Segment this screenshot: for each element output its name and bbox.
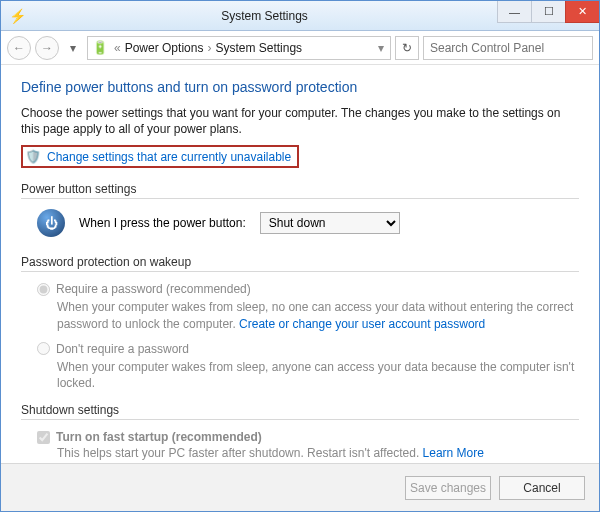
- fast-startup-checkbox: [37, 431, 50, 444]
- breadcrumb-dropdown-icon[interactable]: ▾: [376, 41, 386, 55]
- section-password-label: Password protection on wakeup: [21, 255, 579, 269]
- refresh-button[interactable]: ↻: [395, 36, 419, 60]
- window-controls: — ☐ ✕: [497, 1, 599, 30]
- chevron-icon: «: [112, 41, 123, 55]
- dont-require-password-description: When your computer wakes from sleep, any…: [37, 359, 579, 391]
- require-password-radio-row: Require a password (recommended): [37, 282, 579, 296]
- change-settings-link[interactable]: Change settings that are currently unava…: [47, 150, 291, 164]
- divider: [21, 198, 579, 199]
- change-settings-link-row[interactable]: 🛡️ Change settings that are currently un…: [21, 145, 299, 168]
- divider: [21, 419, 579, 420]
- power-button-prompt: When I press the power button:: [79, 216, 246, 230]
- dont-require-password-radio: [37, 342, 50, 355]
- content-area: Define power buttons and turn on passwor…: [1, 65, 599, 463]
- navigation-bar: ← → ▾ 🔋 « Power Options › System Setting…: [1, 31, 599, 65]
- breadcrumb-root[interactable]: Power Options: [125, 41, 204, 55]
- fast-startup-description: This helps start your PC faster after sh…: [21, 446, 579, 460]
- breadcrumb[interactable]: 🔋 « Power Options › System Settings ▾: [87, 36, 391, 60]
- create-password-link[interactable]: Create or change your user account passw…: [239, 317, 485, 331]
- power-options-icon: 🔋: [92, 40, 108, 55]
- fast-startup-row: Turn on fast startup (recommended): [21, 430, 579, 444]
- require-password-description: When your computer wakes from sleep, no …: [37, 299, 579, 331]
- require-password-label: Require a password (recommended): [56, 282, 251, 296]
- close-button[interactable]: ✕: [565, 1, 599, 23]
- maximize-button[interactable]: ☐: [531, 1, 565, 23]
- shield-icon: 🛡️: [25, 149, 41, 164]
- app-icon: ⚡: [9, 8, 26, 24]
- up-button[interactable]: ▾: [63, 38, 83, 58]
- power-icon: ⏻: [37, 209, 65, 237]
- page-description: Choose the power settings that you want …: [21, 105, 579, 137]
- back-button[interactable]: ←: [7, 36, 31, 60]
- search-input[interactable]: [423, 36, 593, 60]
- save-button: Save changes: [405, 476, 491, 500]
- section-shutdown-label: Shutdown settings: [21, 403, 579, 417]
- breadcrumb-current[interactable]: System Settings: [215, 41, 302, 55]
- forward-button[interactable]: →: [35, 36, 59, 60]
- fast-startup-label: Turn on fast startup (recommended): [56, 430, 262, 444]
- require-password-radio: [37, 283, 50, 296]
- dont-require-password-radio-row: Don't require a password: [37, 342, 579, 356]
- section-power-button-label: Power button settings: [21, 182, 579, 196]
- require-password-block: Require a password (recommended) When yo…: [21, 282, 579, 391]
- minimize-button[interactable]: —: [497, 1, 531, 23]
- learn-more-link[interactable]: Learn More: [423, 446, 484, 460]
- power-button-row: ⏻ When I press the power button: Shut do…: [21, 209, 579, 237]
- page-title: Define power buttons and turn on passwor…: [21, 79, 579, 95]
- window-title: System Settings: [32, 9, 497, 23]
- footer-bar: Save changes Cancel: [1, 463, 599, 511]
- dont-require-password-label: Don't require a password: [56, 342, 189, 356]
- cancel-button[interactable]: Cancel: [499, 476, 585, 500]
- window-titlebar: ⚡ System Settings — ☐ ✕: [1, 1, 599, 31]
- chevron-right-icon: ›: [205, 41, 213, 55]
- divider: [21, 271, 579, 272]
- power-button-action-select[interactable]: Shut down: [260, 212, 400, 234]
